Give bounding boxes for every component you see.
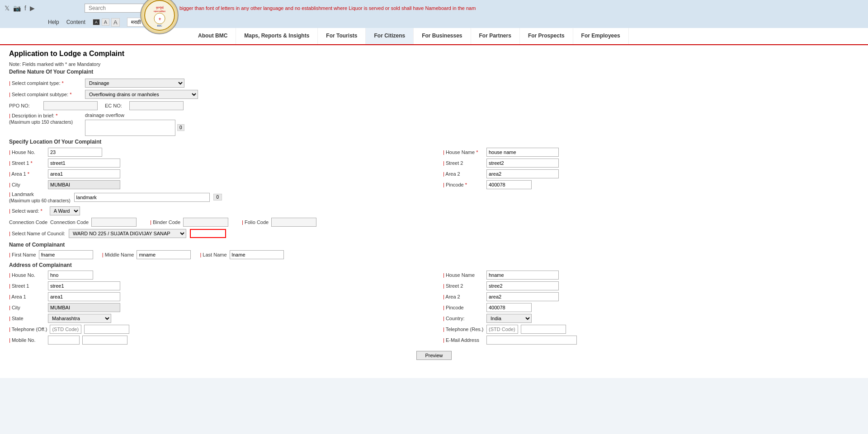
street1-field: | Street 1 * [9, 159, 425, 168]
complaint-subtype-select[interactable]: Overflowing drains or manholes [85, 90, 198, 99]
font-large-btn[interactable]: A [111, 18, 120, 27]
telephone-off-std[interactable] [50, 325, 81, 334]
landmark-char-count: 0 [213, 194, 222, 201]
facebook-icon[interactable]: f [24, 5, 26, 12]
area2-input[interactable] [486, 169, 559, 178]
street2-field: | Street 2 [443, 159, 859, 168]
last-name-input[interactable] [230, 250, 284, 259]
addr-pincode-field: | Pincode [443, 303, 859, 312]
addr-country-select[interactable]: India [486, 314, 532, 323]
nav-for-citizens[interactable]: For Citizens [366, 28, 414, 44]
nav-for-prospects[interactable]: For Prospects [520, 28, 573, 44]
nav-for-partners[interactable]: For Partners [471, 28, 520, 44]
nav-for-tourists[interactable]: For Tourists [318, 28, 366, 44]
ec-input[interactable] [129, 101, 184, 110]
ppo-input[interactable] [43, 101, 98, 110]
addr-state-select[interactable]: Maharashtra [48, 314, 111, 323]
telephone-off-label: | Telephone (Off.) [9, 327, 47, 332]
font-size-controls: A A A [93, 18, 120, 27]
area2-field: | Area 2 [443, 169, 859, 178]
council-row: | Select Name of Council: WARD NO 225 / … [9, 229, 859, 238]
addr-city-input[interactable] [48, 303, 120, 312]
area1-label: | Area 1 * [9, 171, 45, 177]
landmark-input[interactable] [74, 193, 210, 202]
preview-button[interactable]: Preview [416, 351, 451, 360]
telephone-res-number[interactable] [521, 325, 566, 334]
addr-area2-input[interactable] [486, 292, 559, 301]
telephone-res-std[interactable] [486, 325, 518, 334]
first-name-label: | First Name [9, 252, 36, 257]
council-select[interactable]: WARD NO 225 / SUJATA DIGVIJAY SANAP [69, 229, 186, 238]
youtube-icon[interactable]: ▶ [30, 5, 35, 12]
street2-input[interactable] [486, 159, 559, 168]
house-no-input[interactable] [48, 148, 102, 157]
nav-maps-reports[interactable]: Maps, Reports & Insights [236, 28, 318, 44]
addr-city-field: | City [9, 303, 425, 312]
council-highlight-box [190, 229, 226, 238]
addr-pincode-input[interactable] [486, 303, 532, 312]
connection-code-field: Connection Code Connection Code [9, 218, 137, 227]
page-title: Application to Lodge a Complaint [9, 50, 859, 58]
addr-area1-label: | Area 1 [9, 294, 45, 299]
nav-for-businesses[interactable]: For Businesses [414, 28, 471, 44]
middle-name-label: | Middle Name [102, 252, 134, 257]
folio-code-input[interactable] [271, 218, 316, 227]
middle-name-input[interactable] [137, 250, 191, 259]
middle-name-field: | Middle Name [102, 250, 191, 259]
addr-area1-input[interactable] [48, 292, 120, 301]
binder-code-field: | Binder Code [150, 218, 228, 227]
connection-code-input[interactable] [91, 218, 137, 227]
description-label: | Description in brief: *(Maximum upto 1… [9, 112, 81, 126]
first-name-input[interactable] [39, 250, 93, 259]
email-input[interactable] [486, 336, 577, 345]
area1-input[interactable] [48, 169, 120, 178]
twitter-icon[interactable]: 𝕏 [5, 5, 9, 12]
house-no-field: | House No. [9, 148, 425, 157]
city-input[interactable] [48, 180, 120, 189]
marquee-container: bigger than font of letters in any other… [179, 5, 863, 11]
landmark-row: | Landmark(Maximum upto 60 characters) 0 [9, 191, 859, 204]
email-field: | E-Mail Address [443, 336, 859, 345]
addr-street1-input[interactable] [48, 281, 120, 290]
complaint-subtype-label: | Select complaint subtype: * [9, 92, 81, 97]
street1-label: | Street 1 * [9, 160, 45, 166]
nav-bar: About BMC Maps, Reports & Insights For T… [0, 28, 868, 45]
addr-pincode-label: | Pincode [443, 305, 484, 310]
addr-street2-label: | Street 2 [443, 283, 484, 289]
telephone-off-number[interactable] [84, 325, 129, 334]
instagram-icon[interactable]: 📷 [13, 5, 21, 12]
logo-container: बृहन्मुंबई महानगरपालिका ⚜ BMC [140, 0, 179, 34]
addr-house-no-input[interactable] [48, 271, 93, 280]
area1-field: | Area 1 * [9, 169, 425, 178]
addr-street2-input[interactable] [486, 281, 559, 290]
last-name-field: | Last Name [200, 250, 283, 259]
city-label: | City [9, 182, 45, 187]
location-title: Specify Location Of Your Complaint [9, 139, 859, 145]
help-link[interactable]: Help [48, 19, 59, 25]
complaint-type-label: | Select complaint type: * [9, 80, 81, 86]
house-name-input[interactable] [486, 148, 559, 157]
mobile-std[interactable] [48, 336, 80, 345]
svg-text:⚜: ⚜ [158, 17, 161, 21]
font-medium-btn[interactable]: A [102, 19, 109, 26]
content-link[interactable]: Content [66, 19, 85, 25]
font-small-btn[interactable]: A [93, 19, 100, 25]
complainant-address-title: Address of Complainant [9, 262, 859, 268]
pincode-field: | Pincode * [443, 180, 859, 189]
mobile-number[interactable] [82, 336, 127, 345]
nav-about-bmc[interactable]: About BMC [190, 28, 236, 44]
complaint-type-select[interactable]: Drainage [85, 79, 184, 88]
addr-state-label: | State [9, 316, 45, 321]
ward-select[interactable]: A Ward [50, 206, 80, 215]
binder-code-input[interactable] [183, 218, 228, 227]
addr-street1-label: | Street 1 [9, 283, 45, 289]
addr-house-no-field: | House No. [9, 271, 425, 280]
top-bar: 𝕏 📷 f ▶ bigger than font of letters in a… [0, 0, 868, 16]
pincode-input[interactable] [486, 180, 532, 189]
street1-input[interactable] [48, 159, 120, 168]
folio-code-label: | Folio Code [242, 219, 269, 225]
nav-for-employees[interactable]: For Employees [573, 28, 629, 44]
svg-text:बृहन्मुंबई: बृहन्मुंबई [155, 6, 163, 9]
description-textarea[interactable] [85, 120, 175, 136]
addr-house-name-input[interactable] [486, 271, 559, 280]
